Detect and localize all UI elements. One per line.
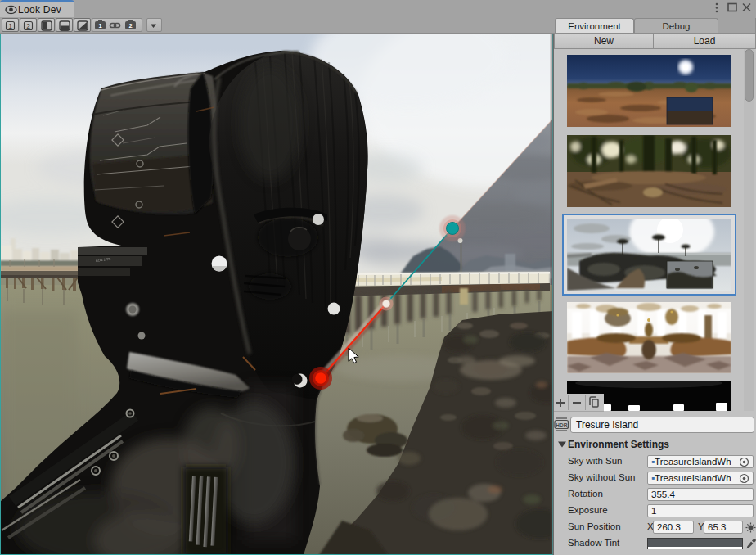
- svg-text:AON 2773: AON 2773: [96, 257, 112, 263]
- svg-text:2: 2: [26, 22, 30, 30]
- svg-text:2: 2: [128, 22, 132, 29]
- svg-text:HDR: HDR: [556, 422, 567, 428]
- svg-text:1: 1: [98, 22, 101, 29]
- svg-text:1: 1: [8, 22, 12, 30]
